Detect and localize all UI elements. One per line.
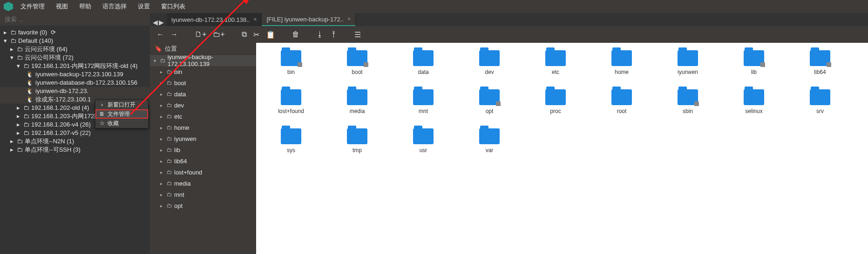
loc-item[interactable]: ▸🗀iyunwen [150, 133, 256, 144]
loc-item[interactable]: ▸🗀lib64 [150, 155, 256, 167]
folder-label: bin [287, 69, 295, 75]
nav-back-icon[interactable]: ← [156, 30, 164, 39]
paste-icon[interactable]: 📋 [266, 30, 275, 39]
folder-label: selinux [745, 108, 762, 114]
folder-icon: 🗀 [167, 80, 172, 86]
location-tree: ▾🗀iyunwen-backup-172.23.100.139 ▸🗀bin▸🗀b… [150, 55, 256, 254]
lock-icon [496, 101, 501, 106]
download-icon[interactable]: ⭳ [316, 30, 324, 39]
menu-windows[interactable]: 窗口列表 [157, 0, 189, 13]
ctx-file-manager[interactable]: 🗎文件管理 [95, 109, 148, 119]
loc-item[interactable]: ▸🗀etc [150, 111, 256, 122]
search-input[interactable] [5, 16, 145, 23]
loc-item[interactable]: ▸🗀lib [150, 144, 256, 155]
tree-n2n[interactable]: ▸🗀 单点环境--N2N (1) [0, 137, 150, 146]
loc-item[interactable]: ▸🗀dev [150, 100, 256, 111]
folder-item[interactable]: media [332, 87, 383, 124]
folder-item[interactable]: sbin [662, 87, 713, 124]
loc-item[interactable]: ▸🗀boot [150, 77, 256, 88]
linux-icon: 🐧 [26, 95, 34, 104]
folder-label: sys [287, 147, 295, 154]
tree-env2[interactable]: ▾🗀 云问公司环境 (72) [0, 53, 150, 62]
tree-207[interactable]: ▸🗀 192.168.1.207-v5 (22) [0, 129, 150, 137]
folder-item[interactable]: mnt [398, 87, 449, 124]
menu-settings[interactable]: 设置 [134, 0, 154, 13]
folder-item[interactable]: dev [464, 47, 515, 85]
folder-item[interactable]: root [596, 87, 647, 124]
new-file-icon[interactable]: 🗋+ [195, 30, 206, 39]
loc-item[interactable]: ▸🗀media [150, 178, 256, 189]
menu-language[interactable]: 语言选择 [99, 0, 130, 13]
folder-icon: 🗀 [167, 113, 172, 120]
loc-item[interactable]: ▸🗀opt [150, 200, 256, 211]
folder-label: iyunwen [678, 69, 698, 75]
file-toolbar: ← → 🗋+ 🗀+ ⧉ ✂ 📋 🗑 ⭳ ⭱ ☰ [150, 26, 868, 43]
close-icon[interactable]: × [253, 16, 257, 23]
loc-item[interactable]: ▸🗀home [150, 122, 256, 133]
loc-item[interactable]: ▸🗀mnt [150, 189, 256, 200]
folder-item[interactable]: srv [794, 87, 846, 124]
nav-forward-icon[interactable]: → [170, 30, 178, 39]
loc-item[interactable]: ▸🗀data [150, 88, 256, 100]
folder-icon: 🗀 [167, 202, 172, 209]
new-folder-icon[interactable]: 🗀+ [213, 30, 224, 39]
tab-prev-icon[interactable]: ◀ [153, 19, 158, 26]
tab-next-icon[interactable]: ▶ [159, 19, 164, 26]
folder-label: mnt [419, 108, 428, 114]
tab-file[interactable]: [FILE] iyunwen-backup-172..× [262, 13, 356, 26]
loc-root[interactable]: ▾🗀iyunwen-backup-172.23.100.139 [150, 55, 256, 66]
tree-env1[interactable]: ▸🗀 云问云环境 (64) [0, 45, 150, 53]
tree-default[interactable]: ▾🗀 Default (140) [0, 37, 150, 45]
folder-item[interactable]: sys [265, 126, 317, 163]
folder-item[interactable]: data [398, 47, 449, 85]
lock-icon [364, 62, 368, 67]
tab-db[interactable]: iyunwen-db-172.23.100.138..× [167, 13, 262, 26]
folder-icon: 🗀 [167, 135, 172, 142]
cut-icon[interactable]: ✂ [253, 30, 259, 39]
copy-icon[interactable]: ⧉ [242, 30, 247, 39]
folder-icon: 🗀 [167, 124, 172, 131]
folder-item[interactable]: lib64 [794, 47, 846, 85]
loc-item[interactable]: ▸🗀bin [150, 66, 256, 77]
ctx-favorite[interactable]: ☆收藏 [95, 119, 148, 128]
tree-ssh[interactable]: ▸🗀 单点环境--可SSH (3) [0, 146, 150, 154]
folder-label: etc [552, 69, 559, 75]
folder-label: lost+found [278, 108, 304, 114]
folder-item[interactable]: proc [530, 87, 581, 124]
location-panel: 🔖位置 ▾🗀iyunwen-backup-172.23.100.139 ▸🗀bi… [150, 43, 256, 254]
folder-item[interactable]: etc [530, 47, 581, 85]
folder-item[interactable]: home [596, 47, 647, 85]
delete-icon[interactable]: 🗑 [292, 30, 299, 39]
folder-item[interactable]: tmp [332, 126, 383, 163]
loc-item[interactable]: ▸🗀lost+found [150, 167, 256, 178]
ctx-new-window[interactable]: ›新窗口打开 [95, 100, 148, 109]
folder-item[interactable]: iyunwen [662, 47, 713, 85]
folder-label: opt [486, 108, 494, 114]
tree-host-database[interactable]: 🐧 iyunwen-database-db-172.23.100.156 [0, 79, 150, 87]
folder-icon: 🗀 [167, 169, 172, 175]
folder-item[interactable]: selinux [728, 87, 780, 124]
folder-item[interactable]: opt [464, 87, 515, 124]
tree-host-db[interactable]: 🐧 iyunwen-db-172.23. [0, 87, 150, 95]
tree-favorite[interactable]: ▸🗀 favorite (0) ⟳ [0, 28, 150, 37]
menu-view[interactable]: 视图 [52, 0, 72, 13]
tree-host-backup[interactable]: 🐧 iyunwen-backup-172.23.100.139 [0, 70, 150, 79]
folder-item[interactable]: lib [728, 47, 780, 85]
menu-help[interactable]: 帮助 [75, 0, 95, 13]
folder-item[interactable]: usr [398, 126, 449, 163]
connection-tree: ▸🗀 favorite (0) ⟳ ▾🗀 Default (140) ▸🗀 云问… [0, 26, 150, 254]
app-logo-icon [4, 2, 13, 11]
folder-item[interactable]: bin [265, 47, 317, 85]
menu-file[interactable]: 文件管理 [17, 0, 48, 13]
folder-item[interactable]: var [464, 126, 515, 163]
tree-201[interactable]: ▾🗀 192.168.1.201-内网172网段环境-old (4) [0, 62, 150, 70]
upload-icon[interactable]: ⭱ [330, 30, 338, 39]
folder-item[interactable]: boot [332, 47, 383, 85]
list-view-icon[interactable]: ☰ [354, 30, 361, 39]
search-bar [0, 13, 150, 26]
folder-item[interactable]: lost+found [265, 87, 317, 124]
folder-icon: 🗀 [167, 180, 172, 187]
lock-icon [827, 62, 831, 67]
close-icon[interactable]: × [347, 16, 351, 22]
file-grid: binbootdatadevetchomeiyunwenliblib64lost… [256, 43, 868, 254]
